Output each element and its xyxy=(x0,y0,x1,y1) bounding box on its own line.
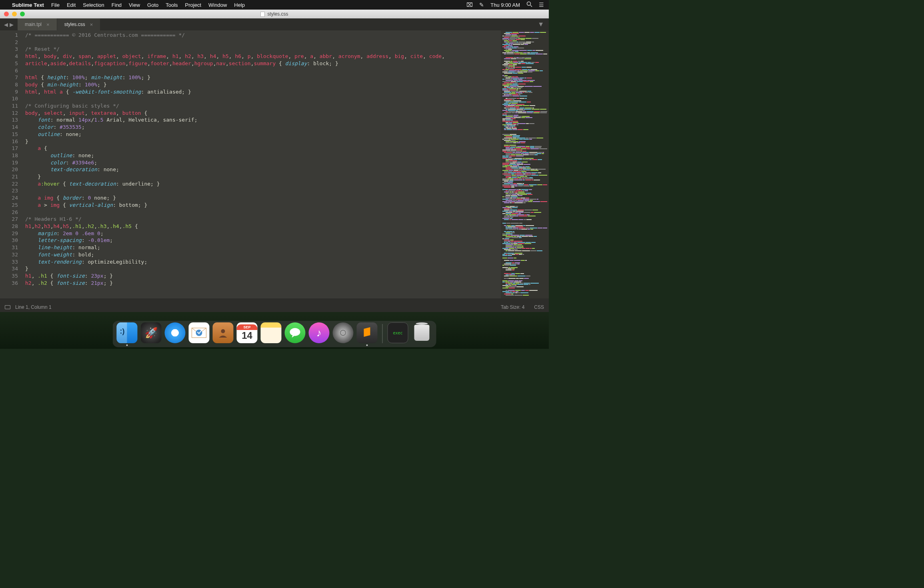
window-close-button[interactable] xyxy=(4,12,9,16)
dock-system-preferences[interactable] xyxy=(333,322,354,343)
panel-switcher-icon[interactable] xyxy=(5,305,10,309)
dock-contacts[interactable] xyxy=(213,322,234,343)
svg-point-0 xyxy=(527,2,531,6)
calendar-day: 14 xyxy=(242,330,252,341)
menu-edit[interactable]: Edit xyxy=(67,2,76,8)
dock-notes[interactable] xyxy=(261,322,282,343)
calendar-month: SEP xyxy=(237,324,258,330)
tray-icon-2[interactable]: ✎ xyxy=(479,2,484,8)
editor-tabbar: ◀ ▶ main.tpl × styles.css × ▼ xyxy=(0,18,549,30)
menu-view[interactable]: View xyxy=(129,2,140,8)
tab-label: styles.css xyxy=(64,22,85,27)
history-forward-icon[interactable]: ▶ xyxy=(10,22,14,28)
dock-safari[interactable] xyxy=(165,322,186,343)
dock-trash[interactable] xyxy=(412,322,432,343)
tab-size-selector[interactable]: Tab Size: 4 xyxy=(501,304,524,310)
dock-sublime-text[interactable] xyxy=(357,322,378,343)
tab-overflow-dropdown[interactable]: ▼ xyxy=(533,18,549,30)
terminal-label: exec xyxy=(393,331,402,335)
tab-close-icon[interactable]: × xyxy=(46,22,50,28)
dock: 🚀 SEP 14 ♪ exec xyxy=(113,321,436,347)
line-number-gutter: 1234567891011121314151617181920212223242… xyxy=(0,30,22,298)
horizontal-scrollbar[interactable] xyxy=(0,298,549,302)
app-menu[interactable]: Sublime Text xyxy=(12,2,44,8)
dock-calendar[interactable]: SEP 14 xyxy=(237,322,258,343)
dock-separator xyxy=(382,324,383,343)
menu-help[interactable]: Help xyxy=(234,2,245,8)
svg-line-1 xyxy=(530,5,532,7)
menu-tools[interactable]: Tools xyxy=(166,2,178,8)
dock-messages[interactable] xyxy=(285,322,306,343)
menu-file[interactable]: File xyxy=(51,2,60,8)
statusbar: Line 1, Column 1 Tab Size: 4 CSS xyxy=(0,302,549,312)
cursor-position: Line 1, Column 1 xyxy=(15,304,52,310)
tab-styles-css[interactable]: styles.css × xyxy=(57,18,101,30)
minimap[interactable] xyxy=(501,30,549,298)
window-maximize-button[interactable] xyxy=(20,12,25,16)
menu-goto[interactable]: Goto xyxy=(147,2,158,8)
macos-menubar: Sublime Text File Edit Selection Find Vi… xyxy=(0,0,549,10)
clock[interactable]: Thu 9:00 AM xyxy=(490,2,520,8)
dock-launchpad[interactable]: 🚀 xyxy=(141,322,162,343)
editor: 1234567891011121314151617181920212223242… xyxy=(0,30,549,298)
history-back-icon[interactable]: ◀ xyxy=(4,22,8,28)
svg-point-4 xyxy=(221,329,225,333)
tab-close-icon[interactable]: × xyxy=(90,22,93,28)
notification-center-icon[interactable]: ☰ xyxy=(539,2,544,8)
menu-selection[interactable]: Selection xyxy=(83,2,104,8)
dock-terminal[interactable]: exec xyxy=(388,322,408,343)
dock-finder[interactable] xyxy=(117,322,138,343)
syntax-selector[interactable]: CSS xyxy=(534,304,544,310)
window-titlebar: styles.css xyxy=(0,10,549,18)
spotlight-icon[interactable] xyxy=(526,1,532,8)
dock-itunes[interactable]: ♪ xyxy=(309,322,330,343)
tab-label: main.tpl xyxy=(25,22,42,27)
window-title: styles.css xyxy=(267,11,288,17)
tab-main-tpl[interactable]: main.tpl × xyxy=(18,18,57,30)
menu-find[interactable]: Find xyxy=(112,2,122,8)
code-area[interactable]: /* =========== © 2016 Centroarts.com ===… xyxy=(22,30,501,298)
tray-icon-1[interactable]: ⌧ xyxy=(466,2,473,8)
dock-mail[interactable] xyxy=(189,322,210,343)
window-minimize-button[interactable] xyxy=(12,12,17,16)
menu-project[interactable]: Project xyxy=(185,2,201,8)
menu-window[interactable]: Window xyxy=(208,2,227,8)
svg-point-5 xyxy=(290,328,300,336)
document-icon xyxy=(260,12,265,17)
